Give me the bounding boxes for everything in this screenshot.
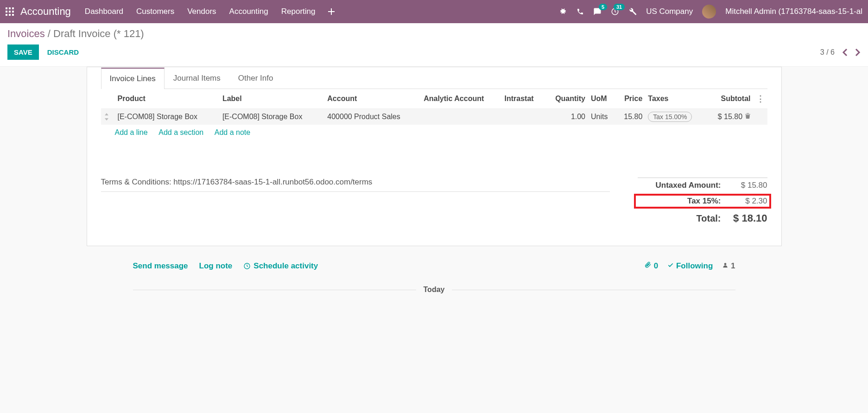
pager-next-icon[interactable] <box>855 48 861 57</box>
clock-icon <box>243 262 251 270</box>
discard-button[interactable]: DISCARD <box>47 48 79 56</box>
cell-intrastat[interactable] <box>502 109 545 125</box>
save-button[interactable]: SAVE <box>7 44 39 60</box>
cell-account[interactable]: 400000 Product Sales <box>324 109 421 125</box>
add-line-link[interactable]: Add a line <box>115 128 148 136</box>
svg-rect-8 <box>12 14 14 16</box>
user-menu[interactable]: Mitchell Admin (17163784-saas-15-1-al <box>725 7 862 16</box>
breadcrumb-root[interactable]: Invoices <box>7 28 45 39</box>
svg-rect-3 <box>6 11 7 13</box>
delete-line-icon[interactable] <box>745 113 751 121</box>
schedule-activity-button[interactable]: Schedule activity <box>243 261 318 271</box>
svg-rect-5 <box>12 11 14 13</box>
add-section-link[interactable]: Add a section <box>158 128 203 136</box>
breadcrumb-bar: Invoices / Draft Invoice (* 121) <box>0 23 868 40</box>
cell-product[interactable]: [E-COM08] Storage Box <box>115 109 220 125</box>
col-label: Label <box>220 89 324 109</box>
menu-customers[interactable]: Customers <box>136 7 174 16</box>
svg-rect-6 <box>6 14 7 16</box>
cell-subtotal: $ 15.80 <box>706 109 754 125</box>
tax-label: Tax 15%: <box>638 197 721 206</box>
col-quantity: Quantity <box>545 89 588 109</box>
today-separator: Today <box>133 286 735 294</box>
attachments-button[interactable]: 0 <box>644 261 658 271</box>
tab-other-info[interactable]: Other Info <box>229 68 282 89</box>
totals-block: Untaxed Amount: $ 15.80 Tax 15%: $ 2.30 … <box>638 178 767 227</box>
avatar[interactable] <box>702 5 716 19</box>
person-icon <box>722 262 729 268</box>
columns-menu-icon[interactable]: ⋮ <box>756 94 765 103</box>
main-menu: Dashboard Customers Vendors Accounting R… <box>85 7 316 16</box>
tab-invoice-lines[interactable]: Invoice Lines <box>101 68 165 89</box>
debug-icon[interactable] <box>559 7 567 16</box>
activities-icon[interactable]: 31 <box>611 7 619 16</box>
messages-badge: 5 <box>599 4 607 10</box>
col-taxes: Taxes <box>645 89 706 109</box>
col-product: Product <box>115 89 220 109</box>
tabs: Invoice Lines Journal Items Other Info <box>101 67 767 89</box>
check-icon <box>667 262 674 268</box>
col-price: Price <box>615 89 645 109</box>
paperclip-icon <box>644 261 652 268</box>
untaxed-label: Untaxed Amount: <box>638 181 721 190</box>
tax-value: $ 2.30 <box>721 197 767 206</box>
menu-dashboard[interactable]: Dashboard <box>85 7 123 16</box>
tax-row-highlight: Tax 15%: $ 2.30 <box>634 194 771 209</box>
terms-field[interactable]: Terms & Conditions: https://17163784-saa… <box>101 178 610 192</box>
add-note-link[interactable]: Add a note <box>215 128 250 136</box>
breadcrumb: Invoices / Draft Invoice (* 121) <box>7 28 861 40</box>
action-bar: SAVE DISCARD 3 / 6 <box>0 40 868 67</box>
app-name[interactable]: Accounting <box>20 6 71 18</box>
plus-icon[interactable] <box>328 8 335 15</box>
svg-rect-4 <box>9 11 11 13</box>
pager-prev-icon[interactable] <box>842 48 848 57</box>
cell-price[interactable]: 15.80 <box>615 109 645 125</box>
cell-label[interactable]: [E-COM08] Storage Box <box>220 109 324 125</box>
col-account: Account <box>324 89 421 109</box>
chatter: Send message Log note Schedule activity … <box>87 255 782 294</box>
drag-handle-icon[interactable] <box>101 109 115 125</box>
phone-icon[interactable] <box>577 8 584 15</box>
messages-icon[interactable]: 5 <box>593 7 602 16</box>
tab-journal-items[interactable]: Journal Items <box>165 68 229 89</box>
total-label: Total: <box>638 213 721 224</box>
tools-icon[interactable] <box>628 7 637 16</box>
cell-taxes[interactable]: Tax 15.00% <box>645 109 706 125</box>
company-switcher[interactable]: US Company <box>646 7 693 16</box>
main-navbar: Accounting Dashboard Customers Vendors A… <box>0 0 868 23</box>
apps-icon[interactable] <box>6 7 14 16</box>
menu-vendors[interactable]: Vendors <box>187 7 216 16</box>
followers-button[interactable]: 1 <box>722 261 735 271</box>
breadcrumb-current: Draft Invoice (* 121) <box>53 28 144 39</box>
untaxed-value: $ 15.80 <box>721 181 767 190</box>
svg-rect-0 <box>6 7 7 9</box>
following-button[interactable]: Following <box>667 261 713 271</box>
cell-analytic[interactable] <box>421 109 501 125</box>
col-uom: UoM <box>588 89 615 109</box>
send-message-button[interactable]: Send message <box>133 261 188 271</box>
col-intrastat: Intrastat <box>502 89 545 109</box>
menu-reporting[interactable]: Reporting <box>281 7 316 16</box>
activities-badge: 31 <box>614 4 625 10</box>
svg-point-11 <box>724 263 727 265</box>
svg-rect-2 <box>12 7 14 9</box>
cell-quantity[interactable]: 1.00 <box>545 109 588 125</box>
table-row[interactable]: [E-COM08] Storage Box [E-COM08] Storage … <box>101 109 767 125</box>
pager: 3 / 6 <box>820 48 861 57</box>
log-note-button[interactable]: Log note <box>199 261 233 271</box>
menu-accounting[interactable]: Accounting <box>229 7 268 16</box>
svg-rect-7 <box>9 14 11 16</box>
invoice-lines-table: Product Label Account Analytic Account I… <box>101 89 767 140</box>
tax-chip[interactable]: Tax 15.00% <box>648 112 692 122</box>
form-sheet: Invoice Lines Journal Items Other Info P… <box>87 67 782 246</box>
svg-rect-1 <box>9 7 11 9</box>
cell-uom[interactable]: Units <box>588 109 615 125</box>
pager-count[interactable]: 3 / 6 <box>820 48 835 57</box>
col-analytic: Analytic Account <box>421 89 501 109</box>
total-value: $ 18.10 <box>721 212 767 224</box>
col-subtotal: Subtotal <box>706 89 754 109</box>
